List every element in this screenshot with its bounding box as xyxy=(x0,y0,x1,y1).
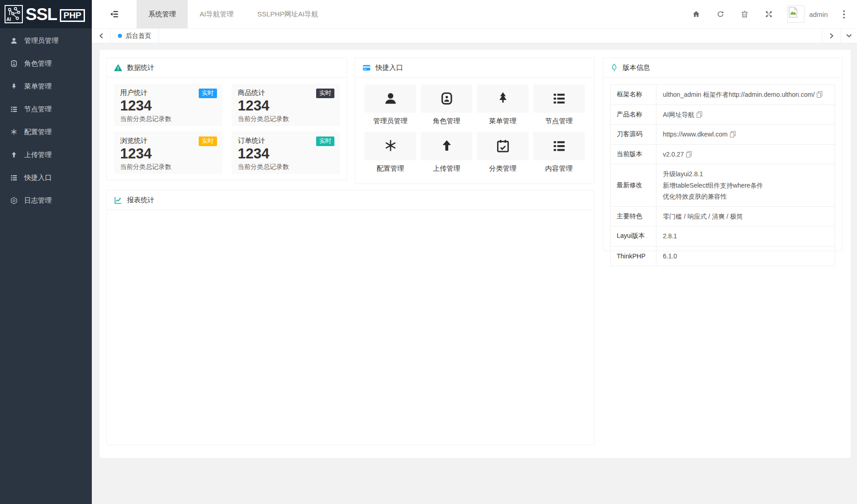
stat-box-goods[interactable]: 商品统计 实时 1234 当前分类总记录数 xyxy=(232,84,340,126)
brand-logo[interactable]: AI SSL PHP xyxy=(0,0,92,28)
quick-entry-label: 上传管理 xyxy=(421,164,472,173)
sidebar-item-label: 节点管理 xyxy=(24,105,52,114)
quick-entry-label: 内容管理 xyxy=(533,164,585,173)
report-chart-area xyxy=(107,210,594,445)
copy-icon[interactable] xyxy=(817,91,822,98)
stat-box-views[interactable]: 浏览统计 实时 1234 当前分类总记录数 xyxy=(114,131,222,174)
sidebar-item-nodes[interactable]: 节点管理 xyxy=(0,98,92,121)
version-row-text: ulthon_admin 框架作者http://admin.demo.ultho… xyxy=(663,91,815,98)
avatar[interactable] xyxy=(787,5,804,23)
stat-value: 1234 xyxy=(120,146,216,162)
droplet-icon xyxy=(610,63,618,72)
version-row-value: 升级layui2.8.1 新增tableSelect组件支持where条件 优化… xyxy=(656,164,835,207)
page-tabbar: 后台首页 xyxy=(92,28,857,43)
asterisk-icon xyxy=(10,128,18,136)
logo-text-primary: SSL xyxy=(26,6,57,23)
card-title: 报表统计 xyxy=(127,196,154,205)
username[interactable]: admin xyxy=(809,10,828,18)
topbar: 系统管理 AI导航管理 SSLPHP网址AI导航 admin xyxy=(92,0,857,28)
quick-entry-config[interactable]: 配置管理 xyxy=(365,132,416,173)
report-stats-header: 报表统计 xyxy=(107,190,594,210)
top-tab-system[interactable]: 系统管理 xyxy=(137,0,188,28)
status-badge: 实时 xyxy=(316,136,334,146)
sidebar-item-shortcuts[interactable]: 快捷入口 xyxy=(0,166,92,189)
copy-icon[interactable] xyxy=(686,151,692,158)
quick-entry-upload[interactable]: 上传管理 xyxy=(421,132,472,173)
status-badge: 实时 xyxy=(199,136,217,146)
logo-text-secondary: PHP xyxy=(60,9,85,22)
more-vertical-icon[interactable] xyxy=(836,0,852,28)
refresh-icon[interactable] xyxy=(708,0,732,28)
status-badge: 实时 xyxy=(316,89,334,98)
top-tab-label: 系统管理 xyxy=(148,10,176,19)
sidebar-item-menus[interactable]: 菜单管理 xyxy=(0,75,92,98)
quick-entry-header: 快捷入口 xyxy=(355,58,594,78)
table-row: 最新修改 升级layui2.8.1 新增tableSelect组件支持where… xyxy=(611,164,835,207)
stat-box-orders[interactable]: 订单统计 实时 1234 当前分类总记录数 xyxy=(232,131,340,174)
sidebar-item-roles[interactable]: 角色管理 xyxy=(0,52,92,75)
hexagon-icon xyxy=(10,197,18,205)
tree-icon xyxy=(477,84,529,113)
quick-entry-label: 菜单管理 xyxy=(477,117,529,126)
version-row-value: v2.0.27 xyxy=(656,144,835,164)
table-row: 刀客源码 https://www.dkewl.com xyxy=(611,125,835,145)
version-info-header: 版本信息 xyxy=(603,58,842,78)
page-tab-home[interactable]: 后台首页 xyxy=(111,29,159,43)
sidebar-item-upload[interactable]: 上传管理 xyxy=(0,143,92,166)
main-content: 数据统计 用户统计 实时 1234 当前分类总记录数 商品统计 实时 1234 … xyxy=(92,44,857,504)
copy-icon[interactable] xyxy=(697,111,702,118)
user-icon xyxy=(10,37,18,45)
active-tab-dot xyxy=(118,34,122,38)
copy-icon[interactable] xyxy=(730,131,735,137)
quick-grid: 管理员管理 角色管理 菜单管理 节点管理 配置管理 xyxy=(355,78,594,180)
quick-entry-content[interactable]: 内容管理 xyxy=(533,132,585,173)
collapse-menu-icon[interactable] xyxy=(92,0,137,28)
version-row-value: 6.1.0 xyxy=(656,246,835,266)
stat-caption: 当前分类总记录数 xyxy=(238,115,334,123)
quick-entry-roles[interactable]: 角色管理 xyxy=(421,84,472,126)
data-stats-header: 数据统计 xyxy=(107,58,347,78)
tree-icon xyxy=(10,83,18,90)
version-row-label: 最新修改 xyxy=(611,164,656,207)
quick-entry-label: 配置管理 xyxy=(365,164,416,173)
version-row-label: Layui版本 xyxy=(611,226,656,247)
quick-entry-menus[interactable]: 菜单管理 xyxy=(477,84,529,126)
version-row-label: 当前版本 xyxy=(611,144,656,164)
version-row-value: AI网址导航 xyxy=(656,105,835,125)
sidebar-item-label: 管理员管理 xyxy=(24,37,58,45)
warning-triangle-icon xyxy=(114,63,122,72)
quick-entry-nodes[interactable]: 节点管理 xyxy=(533,84,585,126)
line-chart-icon xyxy=(114,196,122,205)
sidebar-item-logs[interactable]: 日志管理 xyxy=(0,189,92,212)
tab-scroll-left-icon[interactable] xyxy=(92,29,111,43)
list-icon xyxy=(533,132,585,160)
fullscreen-icon[interactable] xyxy=(756,0,781,28)
tab-menu-chevron-icon[interactable] xyxy=(841,29,857,43)
tab-scroll-right-icon[interactable] xyxy=(822,29,841,43)
table-row: 框架名称 ulthon_admin 框架作者http://admin.demo.… xyxy=(611,85,835,105)
stat-box-users[interactable]: 用户统计 实时 1234 当前分类总记录数 xyxy=(114,84,222,126)
sidebar-item-label: 配置管理 xyxy=(24,128,52,136)
quick-entry-label: 管理员管理 xyxy=(365,117,416,126)
topbar-actions: admin xyxy=(684,0,857,28)
home-icon[interactable] xyxy=(684,0,708,28)
quick-entry-categories[interactable]: 分类管理 xyxy=(477,132,529,173)
sidebar-item-admins[interactable]: 管理员管理 xyxy=(0,29,92,52)
sidebar-item-config[interactable]: 配置管理 xyxy=(0,121,92,143)
data-stats-card: 数据统计 用户统计 实时 1234 当前分类总记录数 商品统计 实时 1234 … xyxy=(106,58,347,180)
quick-entry-admins[interactable]: 管理员管理 xyxy=(365,84,416,126)
top-tab-sslphp-nav[interactable]: SSLPHP网址AI导航 xyxy=(245,0,330,28)
sidebar-menu: 管理员管理 角色管理 菜单管理 节点管理 配置管理 上传管理 快捷入口 日志管 xyxy=(0,28,92,212)
top-nav: 系统管理 AI导航管理 SSLPHP网址AI导航 xyxy=(137,0,330,28)
sidebar-item-label: 上传管理 xyxy=(24,151,52,159)
stat-caption: 当前分类总记录数 xyxy=(238,163,334,171)
role-icon xyxy=(421,84,472,113)
sidebar: AI SSL PHP 管理员管理 角色管理 菜单管理 节点管理 配置管理 上传管… xyxy=(0,0,92,504)
version-row-label: 刀客源码 xyxy=(611,125,656,145)
trash-icon[interactable] xyxy=(732,0,756,28)
top-tab-ai-nav[interactable]: AI导航管理 xyxy=(188,0,245,28)
asterisk-icon xyxy=(365,132,416,160)
page-tab-label: 后台首页 xyxy=(126,32,151,40)
table-row: Layui版本 2.8.1 xyxy=(611,226,835,247)
stat-value: 1234 xyxy=(120,98,216,114)
